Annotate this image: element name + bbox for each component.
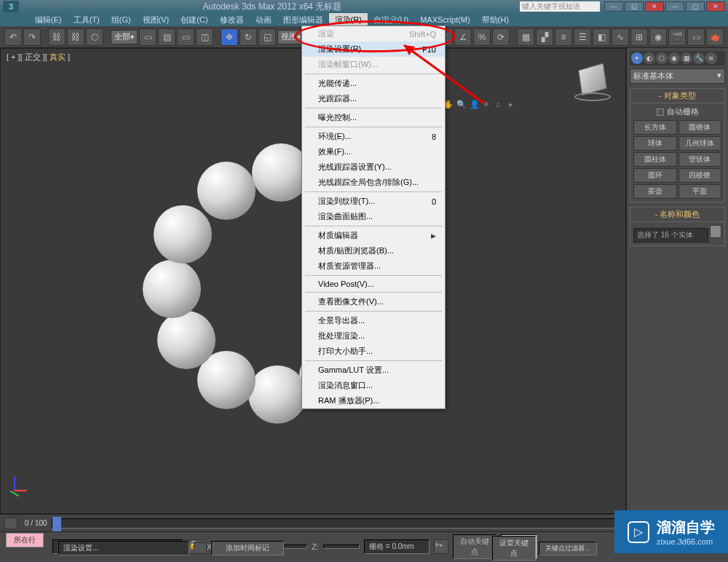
- rotate-button[interactable]: ↻: [240, 28, 257, 46]
- bind-button[interactable]: ⬡: [86, 28, 103, 46]
- menu-item-render[interactable]: 渲染Shift+Q: [302, 26, 445, 41]
- menu-item-ram-player[interactable]: RAM 播放器(P)...: [302, 393, 445, 408]
- add-time-tag[interactable]: 添加时间标记: [211, 541, 284, 555]
- cone-button[interactable]: 圆锥体: [678, 120, 722, 135]
- menu-item-batch-render[interactable]: 批处理渲染...: [302, 328, 445, 344]
- menu-item-gamma[interactable]: Gamma/LUT 设置...: [302, 363, 445, 378]
- pink-tab[interactable]: 所在行: [6, 533, 44, 547]
- menu-item-radiosity[interactable]: 光能传递...: [302, 76, 445, 91]
- menu-item-lighttracer[interactable]: 光跟踪器...: [302, 91, 445, 106]
- menu-edit[interactable]: 编辑(E): [29, 13, 68, 27]
- graphite-button[interactable]: ◧: [593, 28, 610, 46]
- render-button[interactable]: 🫖: [706, 28, 724, 46]
- maximize-button[interactable]: ▢: [686, 1, 705, 12]
- menu-item-raytrace-include[interactable]: 光线跟踪全局包含/排除(G)...: [302, 175, 445, 190]
- modify-tab[interactable]: ◐: [644, 52, 655, 64]
- window-crossing-button[interactable]: ◫: [196, 28, 213, 46]
- keyfilter-button[interactable]: 关键点过滤器...: [539, 542, 597, 555]
- menu-item-render-surface[interactable]: 渲染曲面贴图...: [302, 209, 445, 224]
- menu-item-environment[interactable]: 环境(E)...8: [302, 129, 445, 144]
- menu-animation[interactable]: 动画: [250, 13, 277, 27]
- menu-maxscript[interactable]: MAXScript(M): [414, 14, 475, 25]
- angle-snap-button[interactable]: ∠: [454, 28, 472, 46]
- selection-filter[interactable]: 全部 ▾: [111, 30, 138, 44]
- layers-button[interactable]: ☰: [574, 28, 591, 46]
- pyramid-button[interactable]: 四棱锥: [678, 168, 722, 183]
- box-button[interactable]: 长方体: [633, 120, 677, 135]
- select-name-button[interactable]: ▤: [158, 28, 175, 46]
- viewport-label[interactable]: [ + ][ 正交 ][ 真实 ]: [7, 52, 70, 63]
- unlink-button[interactable]: ⛓: [67, 28, 84, 46]
- autogrid-check[interactable]: 自动栅格: [633, 106, 721, 117]
- menu-tools[interactable]: 工具(T): [68, 13, 106, 27]
- script-button[interactable]: [194, 542, 207, 554]
- menu-item-raytrace-settings[interactable]: 光线跟踪器设置(Y)...: [302, 159, 445, 175]
- menu-item-exposure[interactable]: 曝光控制...: [302, 110, 445, 125]
- spinner-snap-button[interactable]: ⟳: [492, 28, 510, 46]
- menu-item-render-message[interactable]: 渲染消息窗口...: [302, 378, 445, 393]
- geosphere-button[interactable]: 几何球体: [678, 136, 722, 151]
- timeline-config-button[interactable]: [4, 518, 17, 529]
- tube-button[interactable]: 管状体: [678, 152, 722, 167]
- curve-editor-button[interactable]: ∿: [612, 28, 629, 46]
- menu-help[interactable]: 帮助(H): [476, 13, 515, 27]
- menu-item-videopost[interactable]: Video Post(V)...: [302, 277, 445, 290]
- align-button[interactable]: ≡: [555, 28, 572, 46]
- render-setup-button[interactable]: 🎬: [668, 28, 686, 46]
- home-icon[interactable]: ⌂: [496, 100, 506, 110]
- scale-button[interactable]: ◱: [258, 28, 276, 46]
- named-sel-button[interactable]: ▦: [517, 28, 534, 46]
- link-button[interactable]: ⛓: [48, 28, 66, 46]
- menu-graph[interactable]: 图形编辑器: [277, 13, 329, 27]
- menu-item-material-editor[interactable]: 材质编辑器▶: [302, 228, 445, 243]
- motion-tab[interactable]: ◉: [668, 52, 680, 64]
- light-icon[interactable]: ☀: [483, 100, 493, 110]
- util-tab[interactable]: 🔧: [693, 52, 705, 64]
- sphere-button[interactable]: 球体: [633, 136, 677, 151]
- extra-tab[interactable]: ≋: [705, 52, 717, 64]
- menu-view[interactable]: 视图(V): [137, 13, 175, 27]
- menu-item-render-setup[interactable]: 渲染设置(R)...F10: [302, 41, 445, 57]
- menu-item-material-browser[interactable]: 材质/贴图浏览器(B)...: [302, 243, 445, 258]
- cylinder-button[interactable]: 圆柱体: [633, 152, 677, 167]
- menu-item-render-frame[interactable]: 渲染帧窗口(W)...: [302, 57, 445, 72]
- hierarchy-tab[interactable]: ⬡: [656, 52, 668, 64]
- expand-icon[interactable]: ▸: [509, 100, 519, 110]
- menu-item-material-explorer[interactable]: 材质资源管理器...: [302, 258, 445, 274]
- timeline-slider[interactable]: [52, 517, 61, 531]
- menu-item-print-size[interactable]: 打印大小助手...: [302, 344, 445, 359]
- zoom-icon[interactable]: 🔍: [456, 100, 467, 110]
- select-button[interactable]: ▭: [139, 28, 157, 46]
- redo-button[interactable]: ↷: [23, 28, 41, 46]
- menu-item-effects[interactable]: 效果(F)...: [302, 144, 445, 159]
- torus-button[interactable]: 圆环: [633, 168, 677, 183]
- menu-modifier[interactable]: 修改器: [214, 13, 250, 27]
- render-frame-button[interactable]: ▭: [687, 28, 705, 46]
- minimize2-button[interactable]: —: [665, 1, 684, 12]
- display-tab[interactable]: ▦: [681, 52, 692, 64]
- percent-snap-button[interactable]: %: [473, 28, 491, 46]
- mirror-button[interactable]: ▞: [536, 28, 553, 46]
- object-name-field[interactable]: 选择了 16 个实体: [633, 228, 708, 242]
- color-swatch[interactable]: [710, 225, 721, 238]
- create-tab[interactable]: ✦: [631, 52, 643, 64]
- menu-custom[interactable]: 自定义(U): [368, 13, 414, 27]
- material-button[interactable]: ◉: [649, 28, 667, 46]
- teapot-button[interactable]: 茶壶: [633, 184, 677, 199]
- window-close-button[interactable]: ✕: [645, 1, 664, 12]
- menu-group[interactable]: 组(G): [106, 13, 137, 27]
- setkey-button[interactable]: 设置关键点: [492, 536, 536, 561]
- menu-item-render-texture[interactable]: 渲染到纹理(T)...0: [302, 194, 445, 209]
- app-close-button[interactable]: ✕: [706, 1, 725, 12]
- schematic-button[interactable]: ⊞: [630, 28, 648, 46]
- undo-button[interactable]: ↶: [4, 28, 22, 46]
- select-region-button[interactable]: ▭: [177, 28, 194, 46]
- plane-button[interactable]: 平面: [678, 184, 722, 199]
- category-select[interactable]: 标准基本体▾: [630, 68, 725, 84]
- menu-create[interactable]: 创建(C): [175, 13, 213, 27]
- minimize-button[interactable]: —: [604, 1, 623, 12]
- menu-render[interactable]: 渲染(R): [329, 13, 368, 27]
- restore-button[interactable]: ◱: [625, 1, 644, 12]
- walk-icon[interactable]: 👤: [470, 100, 480, 110]
- viewcube[interactable]: [574, 63, 611, 100]
